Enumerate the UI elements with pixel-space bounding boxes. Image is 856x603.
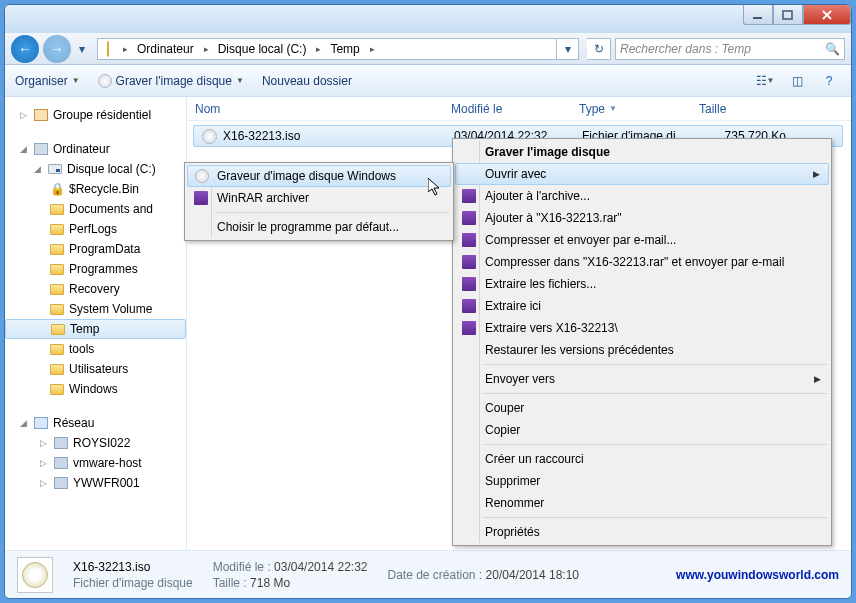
tree-folder[interactable]: System Volume [5,299,186,319]
drive-icon [48,164,62,174]
folder-icon [50,344,64,355]
maximize-button[interactable] [773,5,803,25]
column-type[interactable]: Type▼ [571,97,691,120]
tree-network-item[interactable]: ▷ROYSI022 [5,433,186,453]
chevron-right-icon[interactable]: ▸ [311,44,326,54]
burn-button[interactable]: Graver l'image disque▼ [98,74,244,88]
ctx-compress-rar-mail[interactable]: Compresser dans "X16-32213.rar" et envoy… [455,251,829,273]
ctx-extract-to[interactable]: Extraire vers X16-32213\ [455,317,829,339]
ctx-restore[interactable]: Restaurer les versions précédentes [455,339,829,361]
chevron-right-icon[interactable]: ▸ [118,44,133,54]
ctx-shortcut[interactable]: Créer un raccourci [455,448,829,470]
tree-folder[interactable]: Windows [5,379,186,399]
tree-folder-selected[interactable]: Temp [5,319,186,339]
folder-icon [50,204,64,215]
tree-folder[interactable]: Recovery [5,279,186,299]
search-input[interactable]: Rechercher dans : Temp 🔍 [615,38,845,60]
svg-rect-1 [783,11,792,19]
ctx-compress-mail[interactable]: Compresser et envoyer par e-mail... [455,229,829,251]
expand-icon[interactable]: ▷ [37,478,49,488]
computer-icon [54,457,68,469]
tree-folder[interactable]: tools [5,339,186,359]
context-submenu-openwith: Graveur d'image disque Windows WinRAR ar… [184,162,454,241]
tree-network[interactable]: ◢Réseau [5,413,186,433]
ctx-cut[interactable]: Couper [455,397,829,419]
ctx-send-to[interactable]: Envoyer vers▶ [455,368,829,390]
file-thumbnail [17,557,53,593]
ctx-delete[interactable]: Supprimer [455,470,829,492]
tree-folder[interactable]: Utilisateurs [5,359,186,379]
folder-icon [50,364,64,375]
minimize-button[interactable] [743,5,773,25]
nav-history-dropdown[interactable]: ▾ [75,42,89,56]
forward-button[interactable]: → [43,35,71,63]
ctx-sub-choose[interactable]: Choisir le programme par défaut... [187,216,451,238]
collapse-icon[interactable]: ◢ [31,164,43,174]
tree-folder[interactable]: Programmes [5,259,186,279]
back-button[interactable]: ← [11,35,39,63]
ctx-add-archive[interactable]: Ajouter à l'archive... [455,185,829,207]
preview-pane-button[interactable]: ◫ [785,70,809,92]
context-menu: Graver l'image disque Ouvrir avec▶ Ajout… [452,138,832,546]
collapse-icon[interactable]: ◢ [17,144,29,154]
website-link[interactable]: www.youwindowsworld.com [676,568,839,582]
tree-homegroup[interactable]: ▷Groupe résidentiel [5,105,186,125]
network-icon [34,417,48,429]
winrar-icon [462,299,476,313]
chevron-right-icon[interactable]: ▸ [365,44,380,54]
winrar-icon [462,189,476,203]
breadcrumb-segment[interactable]: Temp [326,39,364,59]
breadcrumb-segment[interactable]: Disque local (C:) [214,39,312,59]
column-name[interactable]: Nom [187,97,443,120]
titlebar [5,5,851,33]
close-button[interactable] [803,5,851,25]
ctx-burn[interactable]: Graver l'image disque [455,141,829,163]
tree-folder[interactable]: Documents and [5,199,186,219]
computer-icon [54,477,68,489]
breadcrumb-dropdown[interactable]: ▾ [556,39,578,59]
winrar-icon [462,277,476,291]
ctx-sub-winrar[interactable]: WinRAR archiver [187,187,451,209]
disc-icon [22,562,48,588]
ctx-copy[interactable]: Copier [455,419,829,441]
column-size[interactable]: Taille [691,97,791,120]
tree-folder[interactable]: PerfLogs [5,219,186,239]
computer-icon [34,143,48,155]
navbar: ← → ▾ ▸ Ordinateur ▸ Disque local (C:) ▸… [5,33,851,65]
refresh-button[interactable]: ↻ [587,38,611,60]
view-options-button[interactable]: ☷ ▼ [753,70,777,92]
collapse-icon[interactable]: ◢ [17,418,29,428]
help-button[interactable]: ? [817,70,841,92]
winrar-icon [462,211,476,225]
expand-icon[interactable]: ▷ [17,110,29,120]
new-folder-button[interactable]: Nouveau dossier [262,74,352,88]
ctx-extract-here[interactable]: Extraire ici [455,295,829,317]
file-name: X16-32213.iso [223,129,300,143]
organize-button[interactable]: Organiser▼ [15,74,80,88]
expand-icon[interactable]: ▷ [37,438,49,448]
search-icon[interactable]: 🔍 [825,42,840,56]
tree-folder[interactable]: ProgramData [5,239,186,259]
chevron-right-icon[interactable]: ▸ [199,44,214,54]
tree-computer[interactable]: ◢Ordinateur [5,139,186,159]
tree-folder[interactable]: 🔒$Recycle.Bin [5,179,186,199]
status-filename: X16-32213.iso [73,560,193,574]
ctx-open-with[interactable]: Ouvrir avec▶ [455,163,829,185]
expand-icon[interactable]: ▷ [37,458,49,468]
breadcrumb-segment[interactable]: Ordinateur [133,39,199,59]
ctx-sub-burner[interactable]: Graveur d'image disque Windows [187,165,451,187]
folder-icon [50,244,64,255]
folder-icon [50,224,64,235]
winrar-icon [462,233,476,247]
ctx-rename[interactable]: Renommer [455,492,829,514]
ctx-properties[interactable]: Propriétés [455,521,829,543]
tree-drive[interactable]: ◢Disque local (C:) [5,159,186,179]
breadcrumb[interactable]: ▸ Ordinateur ▸ Disque local (C:) ▸ Temp … [97,38,579,60]
tree-network-item[interactable]: ▷vmware-host [5,453,186,473]
column-modified[interactable]: Modifié le [443,97,571,120]
ctx-add-rar[interactable]: Ajouter à "X16-32213.rar" [455,207,829,229]
disc-icon [195,169,209,183]
tree-network-item[interactable]: ▷YWWFR001 [5,473,186,493]
ctx-extract[interactable]: Extraire les fichiers... [455,273,829,295]
folder-icon [50,384,64,395]
